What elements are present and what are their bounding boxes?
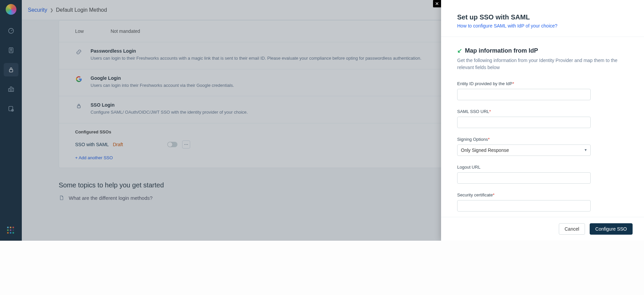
summary-col1: Low: [75, 28, 84, 34]
svg-point-11: [186, 144, 186, 145]
drawer-footer: Cancel Configure SSO: [441, 217, 644, 241]
nav-dashboard[interactable]: [4, 24, 18, 38]
document-icon: [59, 195, 64, 200]
how-to-link[interactable]: How to configure SAML with IdP of your c…: [457, 23, 628, 28]
breadcrumb: Security ❯ Default Login Method: [28, 7, 107, 13]
faq-text: What are the different login methods?: [69, 195, 153, 201]
user-badge-icon: [8, 47, 14, 54]
saml-config-drawer: ✕ Set up SSO with SAML How to configure …: [441, 0, 644, 241]
section-title: ↙ Map information from IdP: [457, 47, 628, 54]
cancel-button[interactable]: Cancel: [559, 223, 585, 235]
nav-users[interactable]: [4, 44, 18, 57]
close-icon: ✕: [435, 1, 439, 6]
label-sso-url: SAML SSO URL*: [457, 109, 628, 114]
audit-log-icon: [8, 105, 14, 112]
breadcrumb-root[interactable]: Security: [28, 7, 47, 13]
svg-point-12: [187, 144, 188, 145]
drawer-title: Set up SSO with SAML: [457, 13, 628, 21]
svg-point-10: [184, 144, 185, 145]
chevron-right-icon: ❯: [50, 8, 53, 12]
close-drawer-button[interactable]: ✕: [433, 0, 441, 7]
svg-rect-6: [12, 88, 13, 92]
svg-rect-5: [10, 87, 12, 91]
label-entity-id: Entity ID provided by the IdP*: [457, 81, 628, 86]
security-cert-input[interactable]: [457, 200, 591, 212]
app-launcher[interactable]: [7, 227, 15, 235]
sso-more-button[interactable]: [182, 140, 190, 149]
gauge-icon: [8, 27, 14, 34]
sidebar: [0, 0, 22, 241]
os-area-placeholder: [0, 241, 644, 295]
breadcrumb-current: Default Login Method: [56, 7, 107, 13]
svg-point-2: [10, 49, 11, 50]
entity-id-input[interactable]: [457, 89, 591, 100]
svg-rect-4: [8, 88, 10, 91]
nav-org[interactable]: [4, 82, 18, 96]
nav-audit[interactable]: [4, 102, 18, 115]
drawer-body[interactable]: ↙ Map information from IdP Get the follo…: [441, 37, 644, 217]
google-icon: [75, 75, 83, 89]
logout-url-input[interactable]: [457, 172, 591, 184]
drawer-header: Set up SSO with SAML How to configure SA…: [441, 0, 644, 37]
buildings-icon: [8, 86, 14, 93]
svg-rect-9: [77, 106, 80, 108]
signing-options-select[interactable]: [457, 144, 591, 156]
label-signing: Signing Options*: [457, 137, 628, 142]
sso-item-name: SSO with SAML: [75, 142, 109, 147]
arrow-down-left-icon: ↙: [457, 47, 462, 54]
status-badge: Draft: [113, 142, 123, 147]
summary-col2: Not mandated: [111, 28, 140, 34]
sso-url-input[interactable]: [457, 117, 591, 128]
link-icon: [75, 48, 83, 62]
sso-enable-toggle[interactable]: [167, 142, 177, 147]
label-logout: Logout URL: [457, 165, 628, 170]
configure-sso-button[interactable]: Configure SSO: [590, 223, 633, 235]
lock-icon: [8, 66, 14, 73]
nav-security[interactable]: [4, 63, 18, 76]
kebab-icon: [184, 142, 189, 147]
label-cert: Security certificate*: [457, 192, 628, 197]
section-title-text: Map information from IdP: [465, 47, 538, 54]
section-desc: Get the following information from your …: [457, 57, 628, 71]
svg-rect-7: [9, 106, 13, 111]
lock-outline-icon: [75, 102, 83, 116]
svg-rect-3: [9, 69, 13, 72]
brand-logo: [6, 4, 16, 15]
